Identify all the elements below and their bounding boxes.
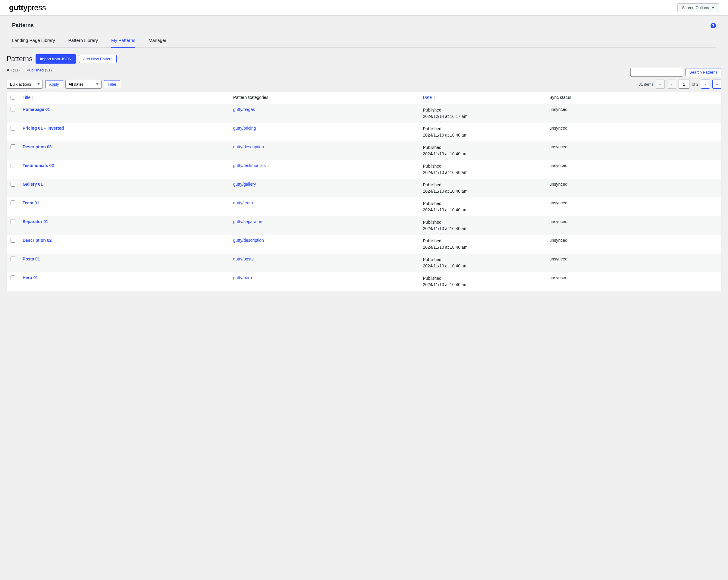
sort-icon [32,96,34,99]
row-checkbox[interactable] [10,144,16,149]
page-heading: Patterns [7,55,32,63]
table-row: Homepage 01gutty/pagesPublished2024/12/1… [7,104,721,123]
row-title-link[interactable]: Testimonials 02 [23,163,54,168]
row-title-link[interactable]: Description 02 [23,238,52,243]
page-heading-row: Patterns Import from JSON Add New Patter… [7,54,721,64]
row-date: Published2024/11/10 at 10:40 am [419,272,546,291]
column-header-date[interactable]: Date [423,95,435,100]
row-category-link[interactable]: gutty/description [233,238,264,243]
row-title-link[interactable]: Hero 01 [23,275,38,280]
row-title-link[interactable]: Team 01 [23,200,39,205]
search-button[interactable]: Search Patterns [685,68,721,76]
row-checkbox[interactable] [10,107,16,112]
row-title-link[interactable]: Description 03 [23,144,52,149]
date-filter-select[interactable]: All dates [66,80,102,89]
column-header-sync: Sync status [549,95,571,100]
row-sync-status: unsynced [546,198,721,216]
controls-left: Bulk actions Apply All dates Filter [7,80,120,89]
filter-all-label[interactable]: All [7,68,12,72]
screen-options-button[interactable]: Screen Options [677,3,719,12]
row-checkbox[interactable] [10,163,16,168]
column-header-title[interactable]: Title [23,95,34,100]
patterns-table: Title Pattern Categories Date Sync statu… [7,92,721,291]
row-sync-status: unsynced [546,254,721,272]
tab-my-patterns[interactable]: My Patterns [111,34,135,48]
filter-all-count: (31) [12,68,20,72]
row-title-link[interactable]: Posts 01 [23,256,40,261]
controls-row: Bulk actions Apply All dates Filter 31 i… [7,80,721,89]
row-checkbox[interactable] [10,256,16,261]
row-title-link[interactable]: Separator 01 [23,219,48,224]
row-category-link[interactable]: gutty/gallery [233,182,256,186]
table-row: Testimonials 02gutty/testimonialsPublish… [7,160,721,179]
row-title-link[interactable]: Gallery 01 [23,182,43,186]
filter-published-label[interactable]: Published [27,68,44,72]
import-json-button[interactable]: Import from JSON [35,54,76,64]
brand-light: press [27,3,46,12]
tab-manager[interactable]: Manager [149,34,166,48]
add-new-pattern-button[interactable]: Add New Pattern [79,55,116,63]
row-checkbox[interactable] [10,275,16,280]
row-date: Published2024/11/10 at 10:40 am [419,179,546,198]
help-icon[interactable]: ? [710,23,716,28]
prev-page-button: ‹ [667,80,676,89]
column-title-label: Title [23,95,30,100]
row-sync-status: unsynced [546,123,721,142]
row-date: Published2024/11/10 at 10:40 am [419,235,546,254]
row-sync-status: unsynced [546,235,721,254]
row-checkbox[interactable] [10,182,16,186]
row-category-link[interactable]: gutty/posts [233,256,254,261]
row-date: Published2024/12/14 at 10:17 am [419,104,546,123]
search-toolbar: Search Patterns [630,68,721,77]
row-title-link[interactable]: Homepage 01 [23,107,50,112]
select-all-checkbox[interactable] [10,95,16,100]
row-category-link[interactable]: gutty/pages [233,107,255,112]
row-sync-status: unsynced [546,216,721,235]
row-category-link[interactable]: gutty/hero [233,275,252,280]
row-checkbox[interactable] [10,219,16,224]
row-sync-status: unsynced [546,272,721,291]
table-row: Description 03gutty/descriptionPublished… [7,142,721,160]
content-area: Patterns Import from JSON Add New Patter… [0,48,728,298]
table-row: Gallery 01gutty/galleryPublished2024/11/… [7,179,721,198]
row-category-link[interactable]: gutty/pricing [233,126,256,130]
column-date-label: Date [423,95,432,100]
row-checkbox[interactable] [10,200,16,205]
row-sync-status: unsynced [546,104,721,123]
status-filter-links: All (31) | Published (31) [7,68,52,72]
row-sync-status: unsynced [546,179,721,198]
brand-logo: guttypress [9,3,46,12]
filter-button[interactable]: Filter [104,80,121,88]
secondary-header: Patterns ? Landing Page Library Pattern … [0,16,728,48]
row-category-link[interactable]: gutty/team [233,200,253,205]
page-of-text: of 2 [692,82,699,86]
row-checkbox[interactable] [10,238,16,243]
table-row: Team 01gutty/teamPublished2024/11/10 at … [7,198,721,216]
nav-tabs: Landing Page Library Pattern Library My … [12,34,716,48]
row-checkbox[interactable] [10,126,16,130]
last-page-button[interactable]: » [712,80,721,89]
filter-published-count: (31) [45,68,52,72]
section-title: Patterns [12,22,34,29]
row-title-link[interactable]: Pricing 01 – Inverted [23,126,64,130]
table-row: Description 02gutty/descriptionPublished… [7,235,721,254]
apply-button[interactable]: Apply [45,80,63,88]
search-input[interactable] [630,68,683,77]
row-sync-status: unsynced [546,142,721,160]
row-date: Published2024/11/10 at 10:40 am [419,216,546,235]
row-date: Published2024/11/10 at 10:40 am [419,254,546,272]
row-category-link[interactable]: gutty/description [233,144,264,149]
row-category-link[interactable]: gutty/testimonials [233,163,266,168]
row-date: Published2024/11/10 at 10:40 am [419,142,546,160]
items-count: 31 items [639,82,653,86]
row-category-link[interactable]: gutty/separators [233,219,263,224]
next-page-button[interactable]: › [701,80,710,89]
row-date: Published2024/11/10 at 10:40 am [419,160,546,179]
row-date: Published2024/11/10 at 10:40 am [419,198,546,216]
row-date: Published2024/11/10 at 10:40 am [419,123,546,142]
bulk-actions-select[interactable]: Bulk actions [7,80,43,89]
current-page-input[interactable] [679,80,690,89]
table-row: Pricing 01 – Invertedgutty/pricingPublis… [7,123,721,142]
tab-landing-page-library[interactable]: Landing Page Library [12,34,55,48]
tab-pattern-library[interactable]: Pattern Library [69,34,98,48]
